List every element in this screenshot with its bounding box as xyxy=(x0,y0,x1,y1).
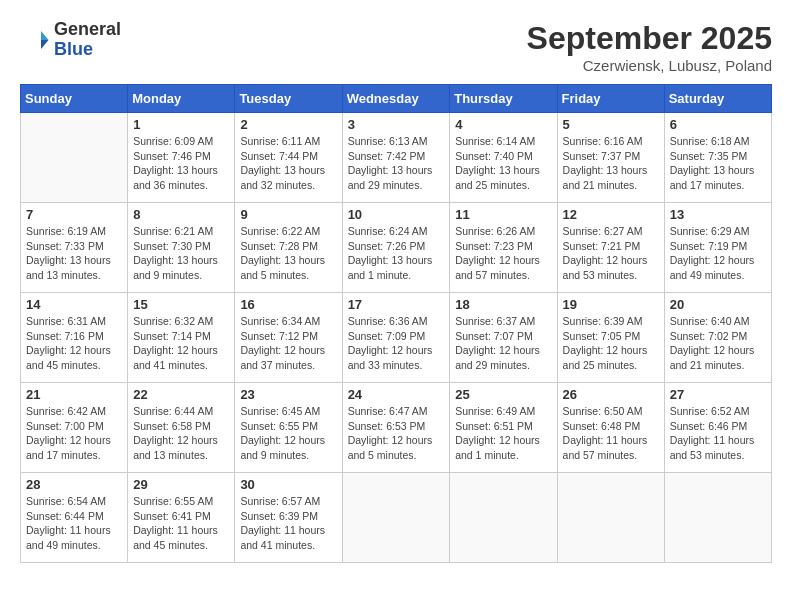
calendar-cell xyxy=(342,473,450,563)
week-row-3: 14Sunrise: 6:31 AM Sunset: 7:16 PM Dayli… xyxy=(21,293,772,383)
weekday-header-tuesday: Tuesday xyxy=(235,85,342,113)
calendar-cell: 3Sunrise: 6:13 AM Sunset: 7:42 PM Daylig… xyxy=(342,113,450,203)
weekday-header-wednesday: Wednesday xyxy=(342,85,450,113)
day-info: Sunrise: 6:19 AM Sunset: 7:33 PM Dayligh… xyxy=(26,224,122,283)
day-info: Sunrise: 6:13 AM Sunset: 7:42 PM Dayligh… xyxy=(348,134,445,193)
week-row-5: 28Sunrise: 6:54 AM Sunset: 6:44 PM Dayli… xyxy=(21,473,772,563)
logo-text: General Blue xyxy=(54,20,121,60)
calendar-cell: 18Sunrise: 6:37 AM Sunset: 7:07 PM Dayli… xyxy=(450,293,557,383)
calendar-cell: 2Sunrise: 6:11 AM Sunset: 7:44 PM Daylig… xyxy=(235,113,342,203)
day-number: 25 xyxy=(455,387,551,402)
logo: General Blue xyxy=(20,20,121,60)
day-info: Sunrise: 6:49 AM Sunset: 6:51 PM Dayligh… xyxy=(455,404,551,463)
day-info: Sunrise: 6:55 AM Sunset: 6:41 PM Dayligh… xyxy=(133,494,229,553)
day-info: Sunrise: 6:54 AM Sunset: 6:44 PM Dayligh… xyxy=(26,494,122,553)
day-number: 26 xyxy=(563,387,659,402)
calendar-cell: 14Sunrise: 6:31 AM Sunset: 7:16 PM Dayli… xyxy=(21,293,128,383)
day-info: Sunrise: 6:26 AM Sunset: 7:23 PM Dayligh… xyxy=(455,224,551,283)
day-number: 28 xyxy=(26,477,122,492)
day-info: Sunrise: 6:31 AM Sunset: 7:16 PM Dayligh… xyxy=(26,314,122,373)
svg-rect-2 xyxy=(26,31,41,49)
day-number: 18 xyxy=(455,297,551,312)
day-info: Sunrise: 6:36 AM Sunset: 7:09 PM Dayligh… xyxy=(348,314,445,373)
day-info: Sunrise: 6:47 AM Sunset: 6:53 PM Dayligh… xyxy=(348,404,445,463)
svg-marker-0 xyxy=(41,31,49,40)
day-info: Sunrise: 6:37 AM Sunset: 7:07 PM Dayligh… xyxy=(455,314,551,373)
day-number: 23 xyxy=(240,387,336,402)
calendar-cell: 20Sunrise: 6:40 AM Sunset: 7:02 PM Dayli… xyxy=(664,293,771,383)
logo-blue: Blue xyxy=(54,39,93,59)
day-number: 6 xyxy=(670,117,766,132)
calendar-cell: 17Sunrise: 6:36 AM Sunset: 7:09 PM Dayli… xyxy=(342,293,450,383)
day-number: 20 xyxy=(670,297,766,312)
calendar-cell: 13Sunrise: 6:29 AM Sunset: 7:19 PM Dayli… xyxy=(664,203,771,293)
calendar-cell: 21Sunrise: 6:42 AM Sunset: 7:00 PM Dayli… xyxy=(21,383,128,473)
day-number: 11 xyxy=(455,207,551,222)
day-info: Sunrise: 6:24 AM Sunset: 7:26 PM Dayligh… xyxy=(348,224,445,283)
weekday-row: SundayMondayTuesdayWednesdayThursdayFrid… xyxy=(21,85,772,113)
day-number: 19 xyxy=(563,297,659,312)
day-number: 3 xyxy=(348,117,445,132)
day-number: 10 xyxy=(348,207,445,222)
calendar-cell: 30Sunrise: 6:57 AM Sunset: 6:39 PM Dayli… xyxy=(235,473,342,563)
calendar-cell: 12Sunrise: 6:27 AM Sunset: 7:21 PM Dayli… xyxy=(557,203,664,293)
calendar-cell: 23Sunrise: 6:45 AM Sunset: 6:55 PM Dayli… xyxy=(235,383,342,473)
day-info: Sunrise: 6:29 AM Sunset: 7:19 PM Dayligh… xyxy=(670,224,766,283)
day-number: 27 xyxy=(670,387,766,402)
calendar: SundayMondayTuesdayWednesdayThursdayFrid… xyxy=(20,84,772,563)
day-number: 17 xyxy=(348,297,445,312)
day-info: Sunrise: 6:34 AM Sunset: 7:12 PM Dayligh… xyxy=(240,314,336,373)
week-row-1: 1Sunrise: 6:09 AM Sunset: 7:46 PM Daylig… xyxy=(21,113,772,203)
day-number: 14 xyxy=(26,297,122,312)
logo-icon xyxy=(20,25,50,55)
calendar-cell: 7Sunrise: 6:19 AM Sunset: 7:33 PM Daylig… xyxy=(21,203,128,293)
calendar-cell: 15Sunrise: 6:32 AM Sunset: 7:14 PM Dayli… xyxy=(128,293,235,383)
calendar-cell xyxy=(450,473,557,563)
weekday-header-saturday: Saturday xyxy=(664,85,771,113)
calendar-cell: 10Sunrise: 6:24 AM Sunset: 7:26 PM Dayli… xyxy=(342,203,450,293)
day-number: 15 xyxy=(133,297,229,312)
month-title: September 2025 xyxy=(527,20,772,57)
day-info: Sunrise: 6:18 AM Sunset: 7:35 PM Dayligh… xyxy=(670,134,766,193)
calendar-cell: 27Sunrise: 6:52 AM Sunset: 6:46 PM Dayli… xyxy=(664,383,771,473)
svg-marker-1 xyxy=(41,40,49,49)
weekday-header-thursday: Thursday xyxy=(450,85,557,113)
calendar-cell: 11Sunrise: 6:26 AM Sunset: 7:23 PM Dayli… xyxy=(450,203,557,293)
day-number: 30 xyxy=(240,477,336,492)
day-info: Sunrise: 6:39 AM Sunset: 7:05 PM Dayligh… xyxy=(563,314,659,373)
calendar-cell: 28Sunrise: 6:54 AM Sunset: 6:44 PM Dayli… xyxy=(21,473,128,563)
weekday-header-monday: Monday xyxy=(128,85,235,113)
calendar-cell: 4Sunrise: 6:14 AM Sunset: 7:40 PM Daylig… xyxy=(450,113,557,203)
day-info: Sunrise: 6:44 AM Sunset: 6:58 PM Dayligh… xyxy=(133,404,229,463)
calendar-cell: 22Sunrise: 6:44 AM Sunset: 6:58 PM Dayli… xyxy=(128,383,235,473)
location: Czerwiensk, Lubusz, Poland xyxy=(527,57,772,74)
day-info: Sunrise: 6:52 AM Sunset: 6:46 PM Dayligh… xyxy=(670,404,766,463)
day-info: Sunrise: 6:11 AM Sunset: 7:44 PM Dayligh… xyxy=(240,134,336,193)
day-info: Sunrise: 6:57 AM Sunset: 6:39 PM Dayligh… xyxy=(240,494,336,553)
calendar-cell: 29Sunrise: 6:55 AM Sunset: 6:41 PM Dayli… xyxy=(128,473,235,563)
day-info: Sunrise: 6:16 AM Sunset: 7:37 PM Dayligh… xyxy=(563,134,659,193)
day-number: 7 xyxy=(26,207,122,222)
day-number: 13 xyxy=(670,207,766,222)
day-number: 1 xyxy=(133,117,229,132)
day-number: 24 xyxy=(348,387,445,402)
page-header: General Blue September 2025 Czerwiensk, … xyxy=(20,20,772,74)
day-info: Sunrise: 6:14 AM Sunset: 7:40 PM Dayligh… xyxy=(455,134,551,193)
title-area: September 2025 Czerwiensk, Lubusz, Polan… xyxy=(527,20,772,74)
weekday-header-friday: Friday xyxy=(557,85,664,113)
calendar-header: SundayMondayTuesdayWednesdayThursdayFrid… xyxy=(21,85,772,113)
day-info: Sunrise: 6:50 AM Sunset: 6:48 PM Dayligh… xyxy=(563,404,659,463)
calendar-cell: 19Sunrise: 6:39 AM Sunset: 7:05 PM Dayli… xyxy=(557,293,664,383)
calendar-cell: 26Sunrise: 6:50 AM Sunset: 6:48 PM Dayli… xyxy=(557,383,664,473)
calendar-cell: 8Sunrise: 6:21 AM Sunset: 7:30 PM Daylig… xyxy=(128,203,235,293)
day-info: Sunrise: 6:27 AM Sunset: 7:21 PM Dayligh… xyxy=(563,224,659,283)
calendar-cell: 1Sunrise: 6:09 AM Sunset: 7:46 PM Daylig… xyxy=(128,113,235,203)
week-row-2: 7Sunrise: 6:19 AM Sunset: 7:33 PM Daylig… xyxy=(21,203,772,293)
calendar-cell: 5Sunrise: 6:16 AM Sunset: 7:37 PM Daylig… xyxy=(557,113,664,203)
calendar-cell: 25Sunrise: 6:49 AM Sunset: 6:51 PM Dayli… xyxy=(450,383,557,473)
calendar-cell: 9Sunrise: 6:22 AM Sunset: 7:28 PM Daylig… xyxy=(235,203,342,293)
day-info: Sunrise: 6:40 AM Sunset: 7:02 PM Dayligh… xyxy=(670,314,766,373)
day-info: Sunrise: 6:32 AM Sunset: 7:14 PM Dayligh… xyxy=(133,314,229,373)
calendar-cell: 6Sunrise: 6:18 AM Sunset: 7:35 PM Daylig… xyxy=(664,113,771,203)
calendar-cell: 16Sunrise: 6:34 AM Sunset: 7:12 PM Dayli… xyxy=(235,293,342,383)
